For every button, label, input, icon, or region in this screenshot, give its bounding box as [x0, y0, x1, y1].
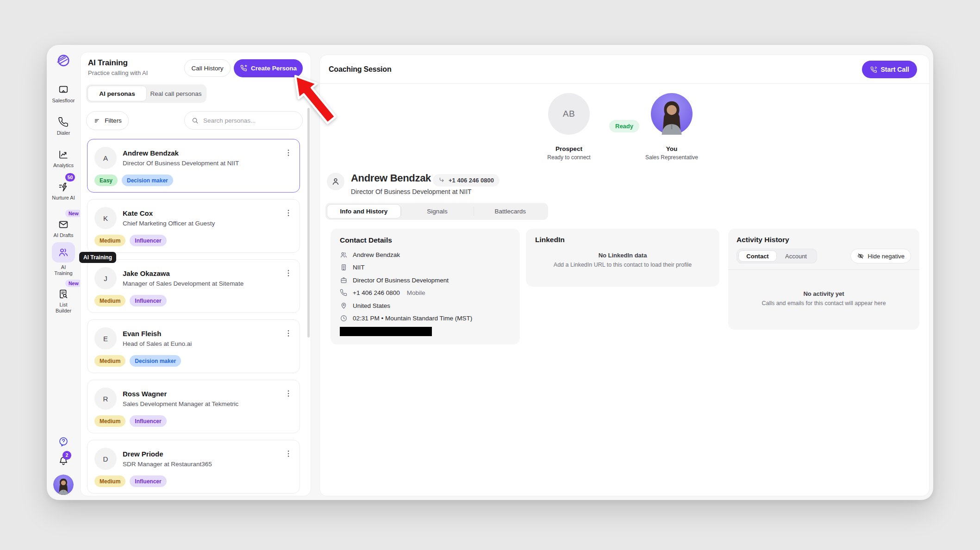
- notifications-count-badge: 2: [62, 451, 71, 460]
- phone-icon: [58, 117, 69, 128]
- filter-icon: [93, 117, 101, 125]
- sidebar-item-ai-drafts[interactable]: AI Drafts: [47, 219, 80, 238]
- detail-row-company: NIIT: [340, 263, 511, 272]
- bolt-lines-icon: [58, 181, 69, 193]
- contact-avatar: [327, 173, 344, 190]
- persona-card[interactable]: J Jake Okazawa Manager of Sales Developm…: [87, 259, 300, 313]
- activity-empty-caption: Calls and emails for this contact will a…: [737, 300, 911, 306]
- divider: [728, 269, 919, 270]
- tab-signals[interactable]: Signals: [401, 204, 474, 219]
- difficulty-badge: Medium: [94, 415, 125, 427]
- people-icon: [58, 247, 69, 258]
- app-logo-icon[interactable]: [56, 53, 70, 68]
- panel-title: AI Training: [88, 58, 128, 68]
- sidebar-item-dialer[interactable]: Dialer: [47, 117, 80, 136]
- redacted-text: [340, 327, 432, 336]
- hide-negative-button[interactable]: Hide negative: [850, 249, 911, 263]
- ready-status-badge: Ready: [609, 120, 639, 132]
- phone-type: Mobile: [407, 289, 425, 296]
- detail-row-country: United States: [340, 301, 511, 310]
- persona-initial-avatar: A: [94, 147, 117, 169]
- kebab-menu-icon[interactable]: [284, 207, 294, 219]
- sidebar-item-nurture-ai[interactable]: Nurture AI: [47, 181, 80, 201]
- linkedin-card: LinkedIn No LinkedIn data Add a LinkedIn…: [526, 229, 719, 287]
- sidebar-item-label: Salesfloor: [47, 98, 80, 104]
- role-badge: Influencer: [130, 415, 166, 427]
- detail-row-title: Director Of Business Development: [340, 276, 511, 284]
- persona-panel: AI Training Practice calling with AI Cal…: [80, 52, 311, 496]
- kebab-menu-icon[interactable]: [284, 327, 294, 339]
- coaching-header: Coaching Session Start Call: [320, 55, 929, 84]
- app-window: Salesfloor Dialer Analytics 50 Nurture A…: [47, 45, 933, 500]
- tab-real-call-personas[interactable]: Real call personas: [147, 86, 205, 101]
- persona-initial-avatar: K: [94, 207, 117, 229]
- ai-drafts-new-badge: New: [65, 210, 82, 217]
- contact-role: Director Of Business Development at NIIT: [351, 188, 472, 195]
- difficulty-badge: Medium: [94, 235, 125, 246]
- contact-phone-chip[interactable]: +1 406 246 0800: [433, 174, 499, 187]
- persona-card[interactable]: E Evan Fleish Head of Sales at Euno.ai M…: [87, 319, 300, 373]
- persona-initial-avatar: D: [94, 448, 117, 470]
- persona-card[interactable]: D Drew Priode SDR Manager at Restaurant3…: [87, 440, 300, 494]
- you-block: You Sales Representative: [644, 93, 699, 161]
- sidebar-item-label: Analytics: [47, 162, 80, 169]
- detail-row-phone: +1 406 246 0800 Mobile: [340, 289, 511, 297]
- help-icon[interactable]: [58, 436, 69, 447]
- kebab-menu-icon[interactable]: [284, 388, 294, 400]
- tab-account[interactable]: Account: [777, 250, 815, 262]
- sidebar-item-label: AI Drafts: [47, 232, 80, 238]
- chart-icon: [58, 149, 69, 160]
- start-call-button[interactable]: Start Call: [862, 61, 917, 78]
- role-badge: Influencer: [130, 295, 166, 306]
- briefcase-icon: [340, 276, 348, 284]
- tab-ai-personas[interactable]: AI personas: [87, 86, 147, 101]
- contact-tabs: Info and History Signals Battlecards: [325, 203, 548, 220]
- detail-row-name: Andrew Bendzak: [340, 250, 511, 259]
- create-persona-button[interactable]: Create Persona: [234, 59, 303, 77]
- persona-card[interactable]: R Ross Wagner Sales Development Manager …: [87, 380, 300, 433]
- detail-row-local-time: 02:31 PM • Mountain Standard Time (MST): [340, 314, 511, 323]
- persona-initial-avatar: J: [94, 267, 117, 289]
- kebab-menu-icon[interactable]: [284, 448, 294, 460]
- call-history-button[interactable]: Call History: [184, 59, 231, 77]
- linkedin-empty-caption: Add a LinkedIn URL to this contact to lo…: [535, 262, 710, 268]
- search-icon: [191, 117, 199, 125]
- tab-battlecards[interactable]: Battlecards: [474, 204, 547, 219]
- persona-type-tabs: AI personas Real call personas: [86, 84, 206, 103]
- sidebar-item-list-builder[interactable]: List Builder: [47, 288, 80, 314]
- sidebar-item-label: Nurture AI: [51, 195, 76, 201]
- kebab-menu-icon[interactable]: [284, 147, 294, 159]
- persona-card[interactable]: A Andrew Bendzak Director Of Business De…: [87, 139, 300, 193]
- sidebar-item-label: List Builder: [53, 302, 74, 314]
- return-arrow-icon: [438, 177, 445, 184]
- sidebar-item-label: Dialer: [47, 130, 80, 136]
- user-avatar[interactable]: [53, 475, 74, 495]
- you-avatar: [651, 93, 693, 135]
- sidebar-item-salesfloor[interactable]: Salesfloor: [47, 84, 80, 104]
- tab-info-and-history[interactable]: Info and History: [327, 204, 401, 219]
- sidebar-item-ai-training[interactable]: [52, 242, 75, 262]
- ai-training-tooltip: AI Training: [79, 252, 116, 263]
- persona-card[interactable]: K Kate Cox Chief Marketing Officer at Gu…: [87, 199, 300, 253]
- phone-icon: [340, 289, 348, 297]
- role-badge: Decision maker: [130, 355, 181, 367]
- person-wave-icon: [340, 251, 348, 259]
- eye-off-icon: [857, 252, 864, 260]
- kebab-menu-icon[interactable]: [284, 267, 294, 279]
- search-input[interactable]: [203, 117, 296, 124]
- difficulty-badge: Medium: [94, 475, 125, 487]
- contact-name: Andrew Bendzak: [351, 172, 431, 184]
- filters-button[interactable]: Filters: [86, 111, 129, 130]
- tab-contact[interactable]: Contact: [738, 250, 777, 262]
- difficulty-badge: Easy: [94, 175, 118, 186]
- sidebar-item-ai-training-label[interactable]: AI Training: [47, 264, 80, 276]
- envelope-icon: [58, 219, 69, 230]
- sidebar-item-analytics[interactable]: Analytics: [47, 149, 80, 169]
- activity-empty-title: No activity yet: [737, 290, 911, 297]
- phone-plus-icon: [240, 64, 248, 72]
- role-badge: Influencer: [130, 235, 166, 246]
- scrollbar-thumb[interactable]: [307, 108, 310, 338]
- prospect-block: AB Prospect Ready to connect: [541, 93, 597, 161]
- map-pin-icon: [340, 302, 348, 310]
- contact-details-card: Contact Details Andrew Bendzak NIIT Dire…: [331, 229, 520, 344]
